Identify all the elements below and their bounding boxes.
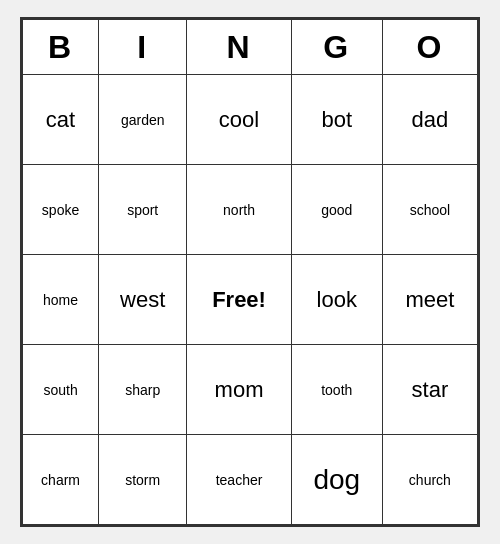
header-o: O [382,20,477,75]
cell-r1-c2: north [187,165,291,255]
bingo-body: catgardencoolbotdadspokesportnorthgoodsc… [23,75,478,525]
cell-r3-c2: mom [187,345,291,435]
cell-r0-c2: cool [187,75,291,165]
table-row: charmstormteacherdogchurch [23,435,478,525]
bingo-table: B I N G O catgardencoolbotdadspokesportn… [22,19,478,525]
cell-r2-c4: meet [382,255,477,345]
cell-r1-c3: good [291,165,382,255]
cell-r2-c0: home [23,255,99,345]
cell-r2-c3: look [291,255,382,345]
cell-r4-c1: storm [99,435,187,525]
header-row: B I N G O [23,20,478,75]
table-row: catgardencoolbotdad [23,75,478,165]
cell-r4-c4: church [382,435,477,525]
header-n: N [187,20,291,75]
cell-r4-c2: teacher [187,435,291,525]
header-g: G [291,20,382,75]
cell-r4-c3: dog [291,435,382,525]
bingo-card: B I N G O catgardencoolbotdadspokesportn… [20,17,480,527]
cell-r0-c1: garden [99,75,187,165]
cell-r0-c0: cat [23,75,99,165]
cell-r0-c4: dad [382,75,477,165]
table-row: spokesportnorthgoodschool [23,165,478,255]
cell-r4-c0: charm [23,435,99,525]
cell-r1-c1: sport [99,165,187,255]
cell-r1-c0: spoke [23,165,99,255]
cell-r3-c1: sharp [99,345,187,435]
cell-r2-c2: Free! [187,255,291,345]
header-b: B [23,20,99,75]
cell-r3-c3: tooth [291,345,382,435]
table-row: homewestFree!lookmeet [23,255,478,345]
cell-r1-c4: school [382,165,477,255]
header-i: I [99,20,187,75]
cell-r3-c4: star [382,345,477,435]
table-row: southsharpmomtoothstar [23,345,478,435]
cell-r3-c0: south [23,345,99,435]
cell-r0-c3: bot [291,75,382,165]
cell-r2-c1: west [99,255,187,345]
